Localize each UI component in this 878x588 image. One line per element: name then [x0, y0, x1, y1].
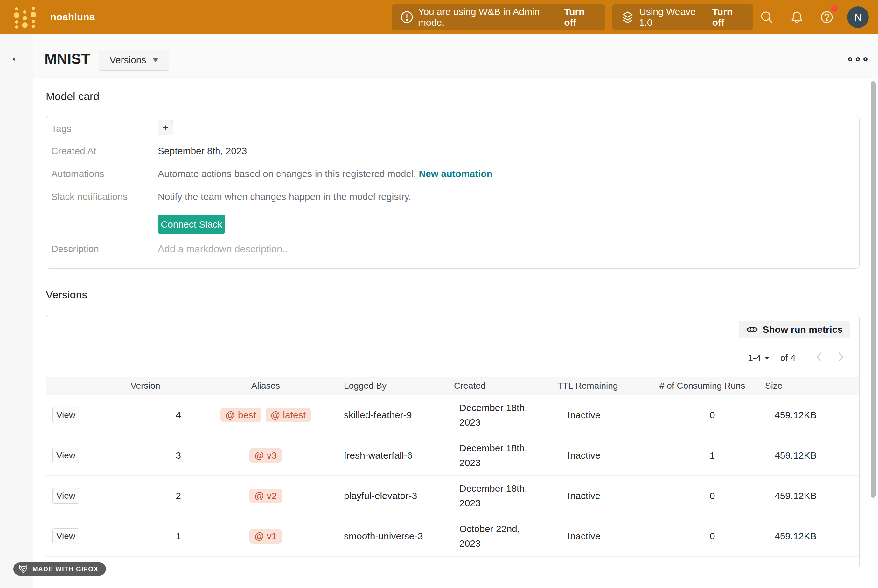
weave-banner-text: Using Weave 1.0: [639, 6, 706, 28]
table-header-row: Version Aliases Logged By Created TTL Re…: [46, 376, 859, 395]
artifact-size: 459.12KB: [765, 450, 854, 461]
created-at-value: September 8th, 2023: [158, 146, 247, 156]
top-navigation-bar: noahluna You are using W&B in Admin mode…: [0, 0, 878, 34]
ttl-remaining: Inactive: [552, 531, 660, 542]
description-label: Description: [51, 243, 99, 254]
fox-icon: [18, 564, 29, 574]
alias-chip[interactable]: @ best: [221, 408, 261, 422]
back-arrow-icon[interactable]: ←: [8, 48, 26, 66]
table-row: View 1 @ v1 smooth-universe-3 October 22…: [46, 516, 859, 556]
wandb-logo-icon[interactable]: [14, 5, 37, 29]
consuming-runs-count: 0: [660, 531, 765, 542]
automations-text: Automate actions based on changes in thi…: [158, 168, 492, 179]
version-number: 4: [110, 410, 192, 420]
created-date: December 18th, 2023: [449, 400, 552, 430]
layers-icon: [621, 10, 634, 24]
pagination: 1-4 of 4: [748, 353, 795, 363]
user-avatar[interactable]: N: [847, 6, 869, 28]
search-icon[interactable]: [759, 10, 774, 24]
new-automation-link[interactable]: New automation: [419, 168, 493, 179]
alias-chip[interactable]: @ latest: [266, 408, 311, 422]
artifact-size: 459.12KB: [765, 531, 854, 542]
gifox-watermark-text: MADE WITH GIFOX: [32, 566, 98, 573]
show-run-metrics-button[interactable]: Show run metrics: [739, 321, 850, 339]
show-run-metrics-label: Show run metrics: [762, 324, 843, 335]
version-number: 2: [110, 490, 192, 501]
weave-turn-off-button[interactable]: Turn off: [712, 6, 745, 28]
ttl-remaining: Inactive: [552, 410, 660, 420]
column-header-size: Size: [765, 381, 854, 391]
consuming-runs-count: 1: [660, 450, 765, 461]
model-card-panel: Tags + Created At September 8th, 2023 Au…: [46, 116, 860, 268]
notifications-bell-icon[interactable]: [789, 10, 804, 24]
next-page-icon[interactable]: [834, 351, 846, 363]
admin-banner-text: You are using W&B in Admin mode.: [418, 6, 558, 28]
weave-banner: Using Weave 1.0 Turn off: [612, 4, 753, 30]
ttl-remaining: Inactive: [552, 490, 660, 501]
table-body: View 4 @ best @ latest skilled-feather-9…: [46, 395, 859, 556]
connect-slack-button[interactable]: Connect Slack: [158, 214, 225, 234]
automations-label: Automations: [51, 168, 104, 179]
ttl-remaining: Inactive: [552, 450, 660, 461]
eye-icon: [746, 324, 758, 336]
slack-notifications-label: Slack notifications: [51, 191, 128, 202]
logged-by-run-link[interactable]: fresh-waterfall-6: [339, 450, 449, 461]
view-button[interactable]: View: [53, 488, 79, 504]
admin-turn-off-button[interactable]: Turn off: [564, 6, 597, 28]
column-header-aliases: Aliases: [192, 381, 339, 391]
add-tag-button[interactable]: +: [158, 120, 173, 135]
page-title: MNIST: [45, 50, 90, 68]
warning-circle-icon: [400, 10, 413, 24]
consuming-runs-count: 0: [660, 410, 765, 420]
created-at-label: Created At: [51, 146, 96, 156]
admin-mode-banner: You are using W&B in Admin mode. Turn of…: [392, 4, 605, 30]
description-placeholder[interactable]: Add a markdown description...: [158, 243, 290, 255]
overflow-menu-icon[interactable]: [848, 57, 867, 62]
versions-dropdown-label: Versions: [110, 55, 146, 66]
tags-label: Tags: [51, 123, 71, 134]
view-button[interactable]: View: [53, 528, 79, 544]
pagination-total: of 4: [780, 353, 795, 363]
logged-by-run-link[interactable]: skilled-feather-9: [339, 410, 449, 420]
alias-chip[interactable]: @ v2: [250, 489, 282, 503]
left-rail: [0, 34, 33, 588]
created-date: December 18th, 2023: [449, 481, 552, 511]
vertical-scrollbar[interactable]: [870, 81, 876, 498]
alias-chip[interactable]: @ v1: [250, 529, 282, 543]
view-button[interactable]: View: [53, 447, 79, 464]
chevron-down-icon: [153, 58, 158, 62]
table-row: View 2 @ v2 playful-elevator-3 December …: [46, 476, 859, 516]
version-number: 1: [110, 531, 192, 542]
column-header-created: Created: [449, 379, 552, 393]
model-card-section-title: Model card: [46, 90, 99, 103]
help-icon[interactable]: [819, 10, 834, 24]
logged-by-run-link[interactable]: playful-elevator-3: [339, 490, 449, 501]
created-date: December 18th, 2023: [449, 441, 552, 470]
table-row: View 4 @ best @ latest skilled-feather-9…: [46, 395, 859, 435]
artifact-size: 459.12KB: [765, 490, 854, 501]
notification-dot: [831, 5, 838, 12]
column-header-version: Version: [110, 381, 192, 391]
previous-page-icon[interactable]: [813, 351, 825, 363]
versions-table-panel: Show run metrics 1-4 of 4 Version Aliase…: [46, 315, 860, 568]
consuming-runs-count: 0: [660, 490, 765, 501]
chevron-down-icon: [764, 357, 770, 360]
artifact-size: 459.12KB: [765, 410, 854, 420]
slack-notifications-text: Notify the team when changes happen in t…: [158, 191, 411, 202]
column-header-ttl-remaining: TTL Remaining: [552, 381, 660, 391]
created-date: October 22nd, 2023: [449, 522, 552, 551]
gifox-watermark: MADE WITH GIFOX: [14, 562, 106, 576]
version-number: 3: [110, 450, 192, 461]
versions-dropdown[interactable]: Versions: [99, 50, 169, 70]
table-row: View 3 @ v3 fresh-waterfall-6 December 1…: [46, 435, 859, 476]
team-name[interactable]: noahluna: [50, 0, 95, 34]
pagination-range-select[interactable]: 1-4: [748, 353, 770, 363]
column-header-consuming-runs: # of Consuming Runs: [660, 381, 765, 391]
alias-chip[interactable]: @ v3: [250, 448, 282, 463]
logged-by-run-link[interactable]: smooth-universe-3: [339, 531, 449, 542]
versions-section-title: Versions: [46, 289, 87, 301]
view-button[interactable]: View: [53, 407, 79, 423]
column-header-logged-by: Logged By: [339, 381, 449, 391]
